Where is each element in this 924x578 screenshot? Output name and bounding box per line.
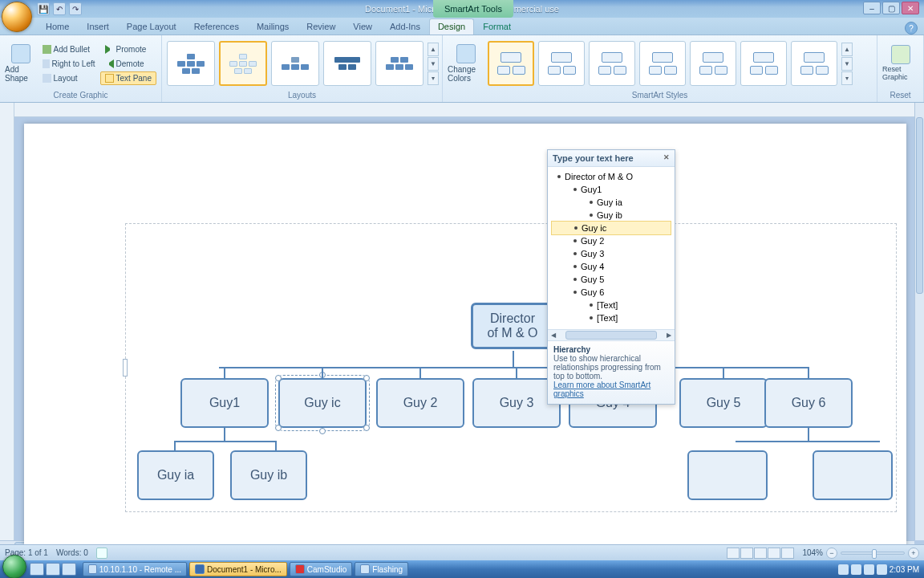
vertical-ruler[interactable] bbox=[0, 103, 14, 540]
styles-gallery[interactable]: ▲▼▾ bbox=[488, 41, 853, 86]
node-guy-ib[interactable]: Guy ib bbox=[230, 450, 307, 500]
view-draft-icon[interactable] bbox=[781, 547, 794, 559]
promote-button[interactable]: Promote bbox=[100, 43, 156, 56]
style-option-1[interactable] bbox=[488, 41, 534, 86]
save-icon[interactable]: 💾 bbox=[37, 2, 50, 15]
selection-handle[interactable] bbox=[319, 428, 326, 434]
style-option-5[interactable] bbox=[690, 41, 736, 86]
zoom-level[interactable]: 104% bbox=[802, 548, 823, 557]
node-guy5[interactable]: Guy 5 bbox=[679, 378, 768, 428]
proofing-icon[interactable] bbox=[96, 547, 107, 559]
taskbar-word[interactable]: Document1 - Micro... bbox=[189, 562, 287, 576]
layout-option-5[interactable] bbox=[375, 41, 424, 86]
text-pane-item[interactable]: Guy ia bbox=[551, 196, 671, 209]
style-option-7[interactable] bbox=[791, 41, 837, 86]
scroll-left-icon[interactable]: ◀ bbox=[548, 330, 559, 340]
zoom-in-button[interactable]: + bbox=[908, 547, 919, 559]
view-buttons[interactable] bbox=[727, 547, 794, 559]
text-pane-item[interactable]: Director of M & O bbox=[551, 170, 671, 183]
clock[interactable]: 2:03 PM bbox=[890, 565, 919, 574]
text-pane[interactable]: Type your text here ✕ Director of M & OG… bbox=[547, 149, 675, 405]
text-pane-item[interactable]: Guy 4 bbox=[551, 260, 671, 273]
style-option-3[interactable] bbox=[589, 41, 635, 86]
layout-option-1[interactable] bbox=[167, 41, 215, 86]
selection-handle[interactable] bbox=[275, 425, 282, 431]
zoom-slider[interactable] bbox=[841, 552, 905, 555]
layout-down-icon[interactable]: ▼ bbox=[428, 57, 439, 71]
start-button[interactable] bbox=[2, 555, 26, 578]
tab-view[interactable]: View bbox=[344, 18, 381, 35]
text-pane-item[interactable]: Guy ic bbox=[551, 221, 671, 235]
style-down-icon[interactable]: ▼ bbox=[841, 57, 853, 71]
text-pane-toggle[interactable]: Text Pane bbox=[100, 71, 156, 85]
view-outline-icon[interactable] bbox=[768, 547, 780, 559]
node-placeholder-2[interactable] bbox=[813, 450, 893, 500]
word-count[interactable]: Words: 0 bbox=[56, 548, 88, 557]
taskbar-camstudio[interactable]: CamStudio bbox=[290, 562, 352, 576]
style-option-4[interactable] bbox=[639, 41, 686, 86]
tray-icon[interactable] bbox=[838, 564, 849, 575]
layout-option-3[interactable] bbox=[271, 41, 319, 86]
text-pane-list[interactable]: Director of M & OGuy1Guy iaGuy ibGuy icG… bbox=[548, 167, 675, 329]
undo-icon[interactable]: ↶ bbox=[53, 2, 66, 15]
text-pane-item[interactable]: [Text] bbox=[551, 299, 671, 311]
demote-button[interactable]: Demote bbox=[100, 57, 156, 71]
change-colors-button[interactable]: Change Colors bbox=[448, 43, 484, 84]
close-button[interactable]: ✕ bbox=[902, 2, 919, 14]
node-guy2[interactable]: Guy 2 bbox=[376, 378, 464, 428]
layouts-spinner[interactable]: ▲▼▾ bbox=[428, 43, 439, 85]
zoom-knob[interactable] bbox=[872, 549, 877, 559]
office-orb[interactable] bbox=[2, 2, 32, 32]
smartart-frame[interactable]: Directorof M & O Guy1 Guy ic Guy 2 Guy 3… bbox=[125, 223, 897, 512]
selection-handle[interactable] bbox=[275, 375, 282, 381]
zoom-out-button[interactable]: − bbox=[826, 547, 837, 559]
add-shape-button[interactable]: Add Shape bbox=[5, 43, 38, 84]
tab-home[interactable]: Home bbox=[37, 18, 78, 35]
taskbar-rdp[interactable]: 10.10.1.10 - Remote ... bbox=[83, 562, 187, 576]
volume-icon[interactable] bbox=[877, 564, 887, 575]
tab-mailings[interactable]: Mailings bbox=[248, 18, 298, 35]
text-pane-scroll-thumb[interactable] bbox=[565, 331, 657, 340]
text-pane-item[interactable]: Guy ib bbox=[551, 209, 671, 222]
layout-option-4[interactable] bbox=[323, 41, 371, 86]
right-to-left-button[interactable]: Right to Left bbox=[38, 57, 100, 71]
style-option-2[interactable] bbox=[538, 41, 585, 86]
help-icon[interactable]: ? bbox=[905, 22, 918, 35]
text-pane-close-icon[interactable]: ✕ bbox=[662, 153, 671, 162]
layout-dropdown[interactable]: Layout bbox=[38, 71, 100, 85]
tab-references[interactable]: References bbox=[185, 18, 248, 35]
selection-handle[interactable] bbox=[363, 425, 370, 431]
layouts-gallery[interactable]: ▲▼▾ bbox=[167, 41, 439, 86]
layout-option-2[interactable] bbox=[219, 41, 267, 86]
node-guy-ia[interactable]: Guy ia bbox=[137, 450, 214, 500]
media-icon[interactable] bbox=[62, 563, 76, 576]
text-pane-item[interactable]: [Text] bbox=[551, 311, 671, 324]
minimize-button[interactable]: – bbox=[863, 2, 881, 14]
explorer-icon[interactable] bbox=[46, 563, 60, 576]
layout-up-icon[interactable]: ▲ bbox=[428, 43, 439, 56]
scroll-right-icon[interactable]: ▶ bbox=[663, 330, 675, 340]
node-guy-ic[interactable]: Guy ic bbox=[278, 378, 367, 428]
horizontal-ruler[interactable] bbox=[14, 103, 914, 117]
text-pane-item[interactable]: Guy 5 bbox=[551, 273, 671, 286]
tab-design[interactable]: Design bbox=[429, 18, 474, 35]
vscroll-thumb[interactable] bbox=[916, 117, 923, 294]
node-guy1[interactable]: Guy1 bbox=[180, 378, 269, 428]
node-placeholder-1[interactable] bbox=[687, 450, 768, 500]
style-up-icon[interactable]: ▲ bbox=[841, 43, 853, 56]
tab-insert[interactable]: Insert bbox=[78, 18, 118, 35]
add-bullet-button[interactable]: Add Bullet bbox=[38, 43, 100, 56]
maximize-button[interactable]: ▢ bbox=[882, 2, 900, 14]
text-pane-hscroll[interactable]: ◀ ▶ bbox=[548, 329, 675, 340]
vertical-scrollbar[interactable] bbox=[914, 103, 924, 540]
hierarchy-chart[interactable]: Directorof M & O Guy1 Guy ic Guy 2 Guy 3… bbox=[126, 224, 896, 511]
style-more-icon[interactable]: ▾ bbox=[841, 71, 853, 85]
tab-review[interactable]: Review bbox=[298, 18, 344, 35]
redo-icon[interactable]: ↷ bbox=[69, 2, 82, 15]
node-guy6[interactable]: Guy 6 bbox=[764, 378, 853, 428]
tray-icon[interactable] bbox=[851, 564, 861, 575]
view-print-layout-icon[interactable] bbox=[727, 547, 740, 559]
text-pane-item[interactable]: Guy1 bbox=[551, 183, 671, 196]
tab-page-layout[interactable]: Page Layout bbox=[118, 18, 185, 35]
learn-more-link[interactable]: Learn more about SmartArt graphics bbox=[553, 381, 650, 398]
